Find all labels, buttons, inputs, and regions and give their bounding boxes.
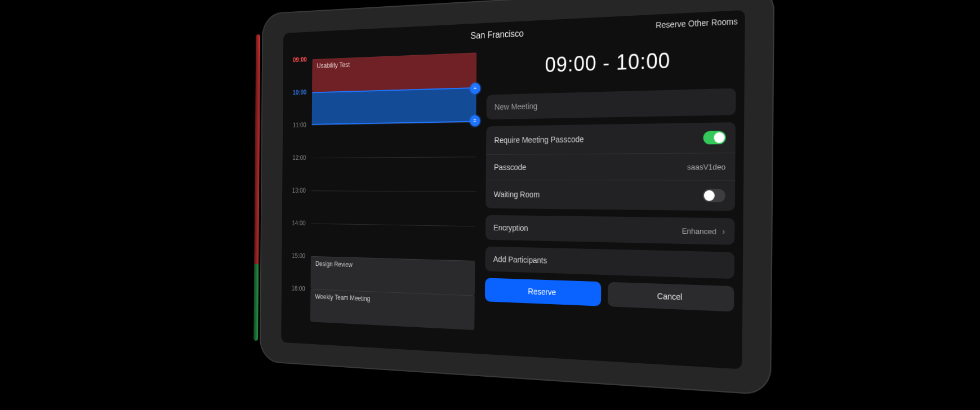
require-passcode-row[interactable]: Require Meeting Passcode xyxy=(486,122,736,154)
meeting-topic-input[interactable] xyxy=(495,97,727,112)
participants-card[interactable]: Add Participants xyxy=(485,247,734,279)
hour-label: 10:00 xyxy=(288,88,309,96)
hour-label: 13:00 xyxy=(288,187,309,194)
waiting-room-toggle[interactable] xyxy=(703,189,725,202)
scheduling-tablet: San Francisco Reserve Other Rooms 09:001… xyxy=(260,0,774,395)
topic-card xyxy=(486,88,736,120)
screen: San Francisco Reserve Other Rooms 09:001… xyxy=(281,10,745,369)
passcode-value: saasV1deo xyxy=(687,162,726,171)
encryption-row[interactable]: Encryption Enhanced › xyxy=(485,215,734,245)
reserve-button[interactable]: Reserve xyxy=(485,278,602,306)
security-card: Require Meeting Passcode Passcode saasV1… xyxy=(485,122,736,211)
encryption-value: Enhanced › xyxy=(681,226,725,236)
timeline-event[interactable]: Usability Test xyxy=(312,52,476,92)
selection-handle-top[interactable]: = xyxy=(470,83,480,94)
cancel-button[interactable]: Cancel xyxy=(608,282,734,312)
hour-label: 16:00 xyxy=(287,284,308,293)
hour-label: 15:00 xyxy=(287,252,308,260)
hour-gridline xyxy=(311,190,475,191)
status-led-strip xyxy=(253,34,260,341)
hour-label: 09:00 xyxy=(288,56,309,64)
add-participants-row[interactable]: Add Participants xyxy=(485,247,734,279)
actions: Reserve Cancel xyxy=(485,278,734,311)
encryption-label: Encryption xyxy=(493,223,528,233)
require-passcode-toggle[interactable] xyxy=(703,131,725,144)
tablet-frame: San Francisco Reserve Other Rooms 09:001… xyxy=(260,0,774,395)
encryption-card[interactable]: Encryption Enhanced › xyxy=(485,215,734,245)
waiting-room-row[interactable]: Waiting Room xyxy=(485,180,735,211)
reservation-form: 09:00 - 10:00 Require Meeting Passcode xyxy=(484,37,739,363)
hour-label: 12:00 xyxy=(288,154,309,162)
chevron-right-icon: › xyxy=(722,226,725,236)
passcode-row[interactable]: Passcode saasV1deo xyxy=(485,153,735,180)
require-passcode-label: Require Meeting Passcode xyxy=(494,135,583,145)
selection-handle-bottom[interactable]: = xyxy=(470,115,480,127)
titlebar: San Francisco Reserve Other Rooms xyxy=(283,10,745,56)
hour-gridline xyxy=(311,224,475,227)
hour-label: 14:00 xyxy=(287,219,308,227)
hour-gridline xyxy=(311,157,475,158)
waiting-room-label: Waiting Room xyxy=(494,190,540,199)
timeline[interactable]: 09:0010:0011:0012:0013:0014:0015:0016:00… xyxy=(287,48,479,348)
timeline-event[interactable]: Weekly Team Meeting xyxy=(310,289,474,330)
timeline-selection[interactable]: == xyxy=(312,87,476,125)
room-name: San Francisco xyxy=(470,29,523,41)
hour-label: 11:00 xyxy=(288,121,309,129)
selected-time-range: 09:00 - 10:00 xyxy=(487,37,737,88)
add-participants-label: Add Participants xyxy=(493,255,547,265)
passcode-label: Passcode xyxy=(494,163,526,172)
reserve-other-rooms-link[interactable]: Reserve Other Rooms xyxy=(656,16,738,30)
